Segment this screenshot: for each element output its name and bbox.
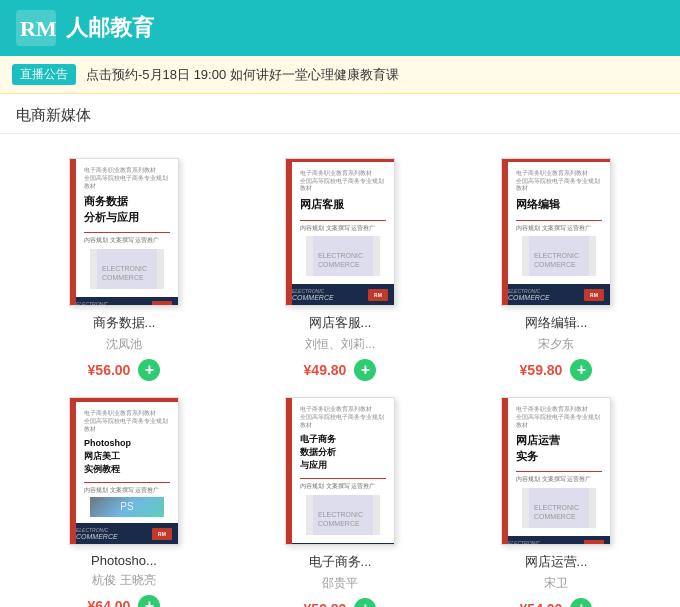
cover-image-area: ELECTRONIC COMMERCE [306, 236, 380, 276]
cover-image-area: ELECTRONIC COMMERCE [90, 249, 164, 289]
add-book-button-6[interactable]: + [570, 598, 592, 607]
book-item-5[interactable]: 电子商务职业教育系列教材全国高等院校电子商务专业规划教材 电子商务数据分析与应用… [232, 389, 448, 607]
add-book-button-5[interactable]: + [354, 598, 376, 607]
svg-text:COMMERCE: COMMERCE [318, 261, 360, 268]
book-price: ¥59.80 [304, 601, 347, 607]
book-author: 邵贵平 [240, 575, 440, 592]
book-grid: 电子商务职业教育系列教材全国高等院校电子商务专业规划教材 商务数据分析与应用 内… [0, 134, 680, 607]
svg-text:COMMERCE: COMMERCE [102, 274, 144, 281]
book-name: 网店客服... [240, 314, 440, 332]
cover-image-area: ELECTRONIC COMMERCE [522, 236, 596, 276]
header: RM 人邮教育 [0, 0, 680, 56]
book-cover-3: 电子商务职业教育系列教材全国高等院校电子商务专业规划教材 网络编辑 内容规划 文… [501, 158, 611, 306]
book-cover-4: 电子商务职业教育系列教材全国高等院校电子商务专业规划教材 Photoshop网店… [69, 397, 179, 545]
book-price-row: ¥64.00 + [24, 595, 224, 607]
book-author: 刘恒、刘莉... [240, 336, 440, 353]
svg-text:COMMERCE: COMMERCE [534, 513, 576, 520]
svg-text:RM: RM [20, 16, 56, 41]
book-name: 商务数据... [24, 314, 224, 332]
book-cover-2: 电子商务职业教育系列教材全国高等院校电子商务专业规划教材 网店客服 内容规划 文… [285, 158, 395, 306]
book-name: 电子商务... [240, 553, 440, 571]
cover-image-area: ELECTRONIC COMMERCE [522, 488, 596, 528]
book-price: ¥56.00 [88, 362, 131, 378]
svg-text:ELECTRONIC: ELECTRONIC [534, 504, 579, 511]
book-cover-1: 电子商务职业教育系列教材全国高等院校电子商务专业规划教材 商务数据分析与应用 内… [69, 158, 179, 306]
add-book-button-3[interactable]: + [570, 359, 592, 381]
live-badge: 直播公告 [12, 64, 76, 85]
svg-text:COMMERCE: COMMERCE [318, 520, 360, 527]
section-title-text: 电商新媒体 [16, 106, 91, 123]
book-price-row: ¥59.80 + [240, 598, 440, 607]
book-price-row: ¥49.80 + [240, 359, 440, 381]
add-book-button-1[interactable]: + [138, 359, 160, 381]
book-item-1[interactable]: 电子商务职业教育系列教材全国高等院校电子商务专业规划教材 商务数据分析与应用 内… [16, 150, 232, 389]
svg-text:ELECTRONIC: ELECTRONIC [102, 265, 147, 272]
book-cover-5: 电子商务职业教育系列教材全国高等院校电子商务专业规划教材 电子商务数据分析与应用… [285, 397, 395, 545]
add-book-button-4[interactable]: + [138, 595, 160, 607]
book-item-4[interactable]: 电子商务职业教育系列教材全国高等院校电子商务专业规划教材 Photoshop网店… [16, 389, 232, 607]
add-book-button-2[interactable]: + [354, 359, 376, 381]
section-title: 电商新媒体 [0, 94, 680, 134]
svg-text:ELECTRONIC: ELECTRONIC [318, 511, 363, 518]
book-price-row: ¥59.80 + [456, 359, 656, 381]
book-price-row: ¥54.00 + [456, 598, 656, 607]
book-item-3[interactable]: 电子商务职业教育系列教材全国高等院校电子商务专业规划教材 网络编辑 内容规划 文… [448, 150, 664, 389]
announcement-bar: 直播公告 点击预约-5月18日 19:00 如何讲好一堂心理健康教育课 [0, 56, 680, 94]
book-item-6[interactable]: 电子商务职业教育系列教材全国高等院校电子商务专业规划教材 网店运营实务 内容规划… [448, 389, 664, 607]
book-cover-6: 电子商务职业教育系列教材全国高等院校电子商务专业规划教材 网店运营实务 内容规划… [501, 397, 611, 545]
book-name: Photosho... [24, 553, 224, 568]
logo-icon: RM [16, 10, 56, 46]
svg-text:ELECTRONIC: ELECTRONIC [534, 252, 579, 259]
book-item-2[interactable]: 电子商务职业教育系列教材全国高等院校电子商务专业规划教材 网店客服 内容规划 文… [232, 150, 448, 389]
header-title: 人邮教育 [66, 13, 154, 43]
svg-text:COMMERCE: COMMERCE [534, 261, 576, 268]
book-price: ¥49.80 [304, 362, 347, 378]
book-author: 沈凤池 [24, 336, 224, 353]
book-name: 网络编辑... [456, 314, 656, 332]
book-price: ¥59.80 [520, 362, 563, 378]
book-price: ¥54.00 [520, 601, 563, 607]
book-author: 杭俊 王晓亮 [24, 572, 224, 589]
ps-image: PS [90, 497, 164, 517]
book-price: ¥64.00 [88, 598, 131, 607]
cover-image-area: ELECTRONIC COMMERCE [306, 495, 380, 535]
book-name: 网店运营... [456, 553, 656, 571]
svg-text:ELECTRONIC: ELECTRONIC [318, 252, 363, 259]
book-author: 宋夕东 [456, 336, 656, 353]
announcement-text[interactable]: 点击预约-5月18日 19:00 如何讲好一堂心理健康教育课 [86, 66, 399, 84]
book-author: 宋卫 [456, 575, 656, 592]
book-price-row: ¥56.00 + [24, 359, 224, 381]
